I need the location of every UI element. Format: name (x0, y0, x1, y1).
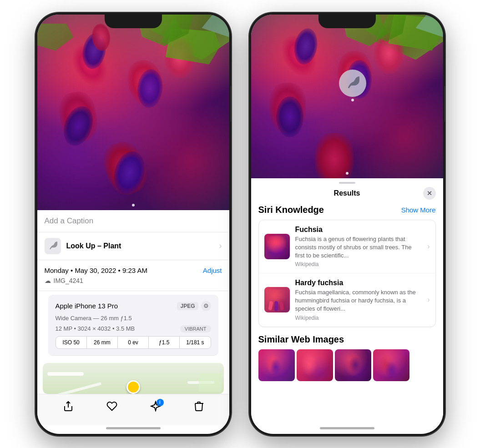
adjust-button[interactable]: Adjust (203, 267, 222, 274)
fuchsia-name: Fuchsia (295, 226, 422, 234)
share-icon (63, 401, 74, 412)
bottom-toolbar: i (37, 394, 229, 425)
close-button[interactable]: ✕ (423, 187, 436, 200)
vibrant-badge: VIBRANT (180, 325, 211, 332)
similar-grid (258, 349, 436, 381)
lookup-bold: Look Up – (66, 242, 104, 250)
similar-image-2[interactable] (297, 349, 333, 381)
meta-section: Monday • May 30, 2022 • 9:23 AM Adjust ☁… (37, 260, 229, 291)
shutter-spec: 1/181 s (180, 337, 210, 348)
caption-placeholder: Add a Caption (45, 216, 94, 225)
fuchsia-thumb (264, 234, 290, 259)
caption-area[interactable]: Add a Caption (37, 210, 229, 232)
iso-spec: ISO 50 (56, 337, 87, 348)
info-button[interactable]: i (150, 401, 161, 412)
hardy-chevron: › (427, 296, 429, 304)
results-title: Results (334, 189, 360, 197)
flower-photo-2 (251, 15, 443, 178)
jpeg-badge: JPEG (177, 302, 198, 310)
siri-dot (351, 99, 354, 101)
fuchsia-chevron: › (427, 242, 429, 251)
photo-date: Monday • May 30, 2022 • 9:23 AM (45, 267, 147, 274)
hardy-name: Hardy fuchsia (295, 279, 422, 287)
mp-detail: 12 MP • 3024 × 4032 • 3.5 MB (56, 325, 135, 332)
lookup-plain: Plant (103, 242, 121, 250)
plant-icon (45, 238, 61, 254)
siri-leaf-icon (346, 76, 359, 90)
camera-specs: ISO 50 26 mm 0 ev ƒ1.5 1/181 s (56, 336, 211, 349)
results-body[interactable]: Siri Knowledge Show More Fuchsia (251, 201, 443, 425)
knowledge-item-hardy[interactable]: Hardy fuchsia Fuchsia magellanica, commo… (259, 273, 435, 327)
focal-spec: 26 mm (87, 337, 118, 348)
home-indicator (106, 427, 161, 429)
lookup-row[interactable]: Look Up – Plant › (37, 232, 229, 260)
heart-icon (106, 401, 117, 412)
hardy-content: Hardy fuchsia Fuchsia magellanica, commo… (295, 279, 422, 321)
knowledge-item-fuchsia[interactable]: Fuchsia Fuchsia is a genus of flowering … (259, 220, 435, 274)
wide-camera-detail: Wide Camera — 26 mm ƒ1.5 (56, 315, 132, 322)
hardy-source: Wikipedia (295, 315, 422, 321)
fuchsia-source: Wikipedia (295, 261, 422, 267)
results-panel: Results ✕ Siri Knowledge Show More (251, 178, 443, 425)
info-badge: i (157, 399, 164, 406)
siri-knowledge-header: Siri Knowledge Show More (258, 205, 436, 215)
fuchsia-desc: Fuchsia is a genus of flowering plants t… (295, 235, 422, 260)
trash-icon (194, 401, 204, 412)
similar-title: Similar Web Images (258, 334, 436, 345)
leaf-svg (48, 242, 57, 251)
flower-photo (37, 15, 229, 210)
results-header: Results ✕ (251, 186, 443, 201)
drag-handle[interactable] (339, 182, 355, 184)
similar-section: Similar Web Images (258, 334, 436, 381)
settings-icon: ⚙ (201, 301, 211, 311)
camera-name: Apple iPhone 13 Pro (56, 302, 118, 310)
filename: IMG_4241 (54, 277, 83, 284)
siri-badge[interactable] (339, 70, 366, 97)
home-indicator-2 (320, 427, 374, 429)
fuchsia-content: Fuchsia Fuchsia is a genus of flowering … (295, 226, 422, 268)
similar-image-4[interactable] (373, 349, 409, 381)
siri-knowledge-title: Siri Knowledge (258, 205, 324, 215)
share-button[interactable] (63, 401, 74, 412)
lookup-chevron: › (219, 241, 222, 251)
cloud-icon: ☁ (45, 277, 51, 284)
camera-section: Apple iPhone 13 Pro JPEG ⚙ Wide Camera —… (37, 291, 229, 359)
show-more-button[interactable]: Show More (401, 206, 436, 214)
aperture-spec: ƒ1.5 (149, 337, 180, 348)
phone-2: Results ✕ Siri Knowledge Show More (249, 13, 445, 436)
map-preview[interactable] (43, 363, 224, 394)
knowledge-card: Fuchsia Fuchsia is a genus of flowering … (258, 220, 436, 327)
hardy-desc: Fuchsia magellanica, commonly known as t… (295, 288, 422, 313)
delete-button[interactable] (194, 401, 204, 412)
like-button[interactable] (106, 401, 117, 412)
phone-1: Add a Caption Look Up – Plant › (35, 13, 231, 436)
similar-image-3[interactable] (335, 349, 371, 381)
ev-spec: 0 ev (118, 337, 149, 348)
hardy-thumb (264, 287, 290, 312)
lookup-label: Look Up – Plant (66, 242, 121, 250)
similar-image-1[interactable] (258, 349, 295, 381)
